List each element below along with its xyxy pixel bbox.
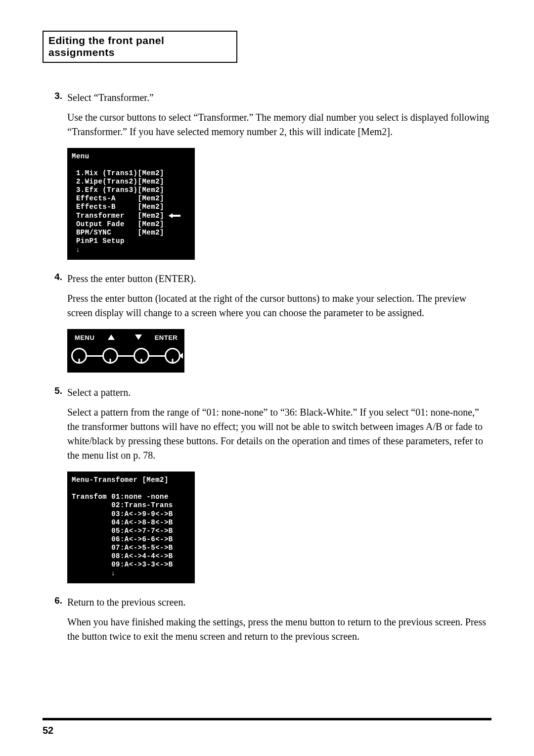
- menu2-line: 08:A<->4-4<->B: [111, 552, 173, 560]
- knob-bar: [149, 355, 165, 357]
- enter-label: ENTER: [152, 334, 180, 341]
- menu-label: MENU: [71, 334, 98, 341]
- menu2-line: 06:A<->6-6<->B: [111, 535, 173, 543]
- menu1-line: Effects-B [Mem2]: [76, 203, 164, 211]
- menu2-line: 01:none -none: [111, 493, 169, 501]
- menu1-line-highlight: Transformer [Mem2]: [76, 212, 164, 220]
- step-body: Press the enter button (located at the r…: [67, 291, 491, 320]
- page: Editing the front panel assignments 3. S…: [0, 0, 534, 756]
- enter-knob-pointer-icon: [179, 353, 183, 359]
- menu1-header: Menu: [72, 152, 89, 160]
- step-4: 4. Press the enter button (ENTER). Press…: [43, 272, 491, 373]
- step-number: 4.: [43, 272, 62, 283]
- steps-list: 3. Select “Transformer.” Use the cursor …: [43, 91, 491, 644]
- step-title: Select “Transformer.”: [67, 91, 491, 104]
- menu1-line: 2.Wipe(Trans2)[Mem2]: [76, 178, 164, 186]
- menu1-line: Output Fade [Mem2]: [76, 220, 164, 228]
- step-body: Select a pattern from the range of “01: …: [67, 405, 491, 463]
- step-number: 6.: [43, 595, 62, 606]
- menu1-line: Effects-A [Mem2]: [76, 194, 164, 202]
- step-5: 5. Select a pattern. Select a pattern fr…: [43, 385, 491, 583]
- menu2-line: 04:A<->8-8<->B: [111, 519, 173, 526]
- scroll-down-icon: ↓: [111, 569, 115, 577]
- menu2-line: 09:A<->3-3<->B: [111, 561, 173, 568]
- menu2-header: Menu-Transfomer [Mem2]: [72, 476, 169, 484]
- enter-knob[interactable]: [165, 348, 180, 364]
- menu2-line: 03:A<->9-9<->B: [111, 510, 173, 518]
- scroll-down-icon: ↓: [76, 245, 80, 253]
- lcd-menu-screen-2: Menu-Transfomer [Mem2] Transfom 01:none …: [67, 472, 195, 583]
- menu-knob[interactable]: [71, 348, 87, 364]
- step-6: 6. Return to the previous screen. When y…: [43, 595, 491, 644]
- menu1-line: PinP1 Setup: [76, 237, 125, 245]
- panel-knobs: [71, 348, 180, 364]
- menu2-label: Transfom: [72, 493, 107, 501]
- page-number: 52: [43, 725, 53, 736]
- step-body: When you have finished making the settin…: [67, 615, 491, 644]
- step-body: Use the cursor buttons to select “Transf…: [67, 110, 491, 139]
- step-number: 5.: [43, 385, 62, 396]
- down-knob[interactable]: [134, 348, 149, 364]
- section-title-box: Editing the front panel assignments: [43, 31, 237, 63]
- pointer-left-arrow-icon: [169, 212, 180, 220]
- step-title: Select a pattern.: [67, 385, 491, 399]
- up-arrow-icon: [98, 334, 125, 341]
- cursor-buttons-panel: MENU ENTER: [67, 329, 184, 373]
- step-number: 3.: [43, 91, 62, 101]
- step-title: Press the enter button (ENTER).: [67, 272, 491, 285]
- menu2-line: 07:A<->5-5<->B: [111, 544, 173, 552]
- knob-bar: [118, 355, 134, 357]
- menu1-line: 3.Efx (Trans3)[Mem2]: [76, 186, 164, 194]
- section-title: Editing the front panel assignments: [48, 35, 164, 58]
- menu1-line: 1.Mix (Trans1)[Mem2]: [76, 169, 164, 177]
- footer-rule: [43, 718, 491, 720]
- up-knob[interactable]: [102, 348, 118, 364]
- menu2-line: 02:Trans-Trans: [111, 501, 173, 509]
- step-title: Return to the previous screen.: [67, 595, 491, 609]
- menu1-line: BPM/SYNC [Mem2]: [76, 229, 164, 236]
- panel-labels: MENU ENTER: [67, 334, 184, 341]
- menu2-line: 05:A<->7-7<->B: [111, 527, 173, 535]
- down-arrow-icon: [125, 334, 152, 341]
- lcd-menu-screen-1: Menu 1.Mix (Trans1)[Mem2] 2.Wipe(Trans2)…: [67, 148, 195, 260]
- knob-bar: [87, 355, 102, 357]
- step-3: 3. Select “Transformer.” Use the cursor …: [43, 91, 491, 260]
